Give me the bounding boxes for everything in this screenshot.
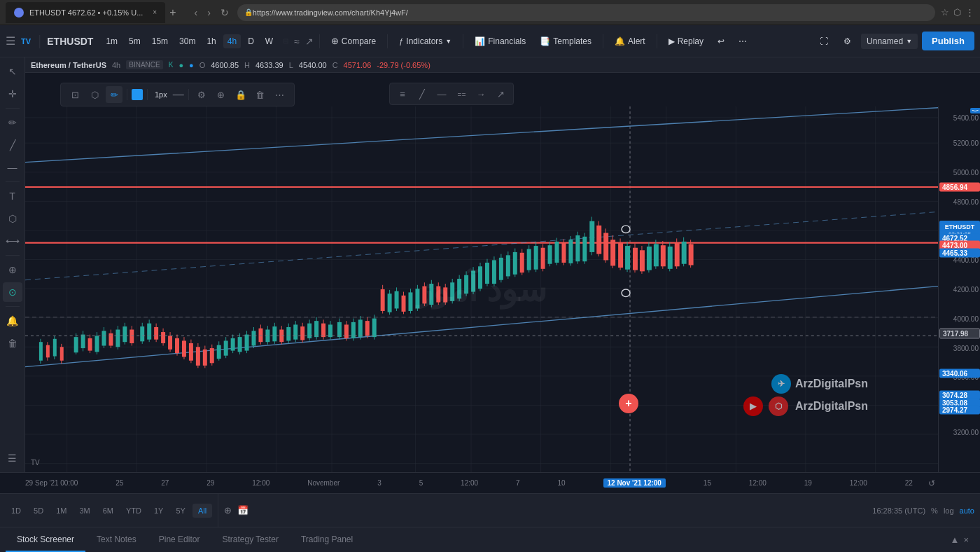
bookmark-icon[interactable]: ☆ bbox=[941, 7, 949, 18]
tab-strategy-tester[interactable]: Strategy Tester bbox=[211, 527, 289, 552]
time-label-12h: 12:00 bbox=[461, 479, 478, 487]
svg-rect-139 bbox=[422, 287, 426, 304]
time-reset-btn[interactable]: ↺ bbox=[928, 478, 935, 488]
overlay-btn6[interactable]: ↗ bbox=[492, 85, 509, 102]
color-picker[interactable] bbox=[132, 89, 143, 100]
financials-button[interactable]: 📊 Financials bbox=[469, 34, 531, 49]
new-tab-button[interactable]: + bbox=[165, 6, 180, 19]
svg-rect-87 bbox=[238, 337, 242, 352]
tab-5y[interactable]: 5Y bbox=[170, 504, 190, 518]
replay-button[interactable]: ▶ Replay bbox=[663, 34, 709, 49]
dash-selector[interactable]: — bbox=[173, 88, 184, 101]
badge-3717: 3717.98 bbox=[939, 328, 980, 338]
tab-1m[interactable]: 1M bbox=[50, 504, 72, 518]
tab-pine-editor[interactable]: Pine Editor bbox=[148, 527, 211, 552]
time-label-nov: November bbox=[307, 479, 340, 487]
compare-button[interactable]: ⊕ Compare bbox=[326, 33, 382, 49]
timeframe-1h[interactable]: 1h bbox=[202, 34, 220, 48]
tab-ytd[interactable]: YTD bbox=[120, 504, 147, 518]
svg-rect-61 bbox=[147, 324, 151, 340]
svg-rect-59 bbox=[140, 326, 144, 341]
measure-tool[interactable]: ⟷ bbox=[3, 231, 22, 251]
timeframe-15m[interactable]: 15m bbox=[148, 34, 172, 48]
right-panel-toggle[interactable]: ⟩ bbox=[970, 108, 980, 113]
alert-tool[interactable]: 🔔 bbox=[3, 311, 22, 331]
overlay-btn2[interactable]: ╱ bbox=[414, 85, 430, 102]
forward-button[interactable]: › bbox=[204, 6, 214, 20]
tab-1d[interactable]: 1D bbox=[6, 504, 27, 518]
overlay-btn3[interactable]: — bbox=[433, 85, 450, 102]
alert-button[interactable]: 🔔 Alert bbox=[609, 34, 651, 49]
percent-btn[interactable]: % bbox=[931, 506, 938, 515]
exchange-badge: BINANCE bbox=[126, 60, 162, 69]
text-tool[interactable]: T bbox=[3, 186, 22, 206]
indicators-button[interactable]: ƒ Indicators ▼ bbox=[393, 34, 457, 49]
chart-settings-button[interactable]: ⚙ bbox=[838, 34, 857, 49]
compare-chart-btn[interactable]: ⊕ bbox=[224, 505, 232, 516]
line-width-selector[interactable]: 1px bbox=[152, 90, 170, 99]
back-button[interactable]: ‹ bbox=[192, 6, 201, 20]
timeframe-30m[interactable]: 30m bbox=[175, 34, 200, 48]
crosshair-cursor[interactable]: + bbox=[619, 394, 638, 413]
drawing-template-btn[interactable]: ⊕ bbox=[213, 86, 230, 103]
tab-3m[interactable]: 3M bbox=[74, 504, 95, 518]
tab-stock-screener[interactable]: Stock Screener bbox=[6, 527, 85, 552]
svg-line-32 bbox=[25, 212, 938, 280]
tab-5d[interactable]: 5D bbox=[28, 504, 49, 518]
overlay-btn4[interactable]: ⩵ bbox=[453, 85, 470, 102]
overlay-btn5[interactable]: → bbox=[472, 85, 489, 102]
more-tools-button[interactable]: ⋯ bbox=[733, 34, 752, 49]
overlay-btn1[interactable]: ≡ bbox=[394, 85, 411, 102]
calendar-btn[interactable]: 📅 bbox=[237, 505, 248, 516]
logo-text1: ArzDigitalPsn bbox=[795, 378, 868, 390]
timeframe-W[interactable]: W bbox=[261, 34, 277, 48]
drawing-more-btn[interactable]: ⋯ bbox=[272, 86, 288, 103]
refresh-button[interactable]: ↻ bbox=[218, 6, 232, 20]
tab-close-btn[interactable]: × bbox=[153, 8, 157, 16]
templates-button[interactable]: 📑 Templates bbox=[534, 34, 597, 49]
publish-button[interactable]: Publish bbox=[922, 32, 974, 50]
extensions-icon[interactable]: ⬡ bbox=[953, 7, 961, 18]
fullscreen-button[interactable]: ⛶ bbox=[814, 34, 834, 49]
shapes-tool[interactable]: ⬡ bbox=[3, 209, 22, 228]
auto-btn[interactable]: auto bbox=[960, 506, 974, 515]
menu-icon[interactable]: ⋮ bbox=[965, 7, 974, 18]
tab-6m[interactable]: 6M bbox=[97, 504, 119, 518]
pencil-draw-btn[interactable]: ✏ bbox=[106, 86, 122, 103]
svg-rect-143 bbox=[436, 287, 440, 303]
horizontal-line-tool[interactable]: — bbox=[3, 158, 22, 177]
delete-tool[interactable]: 🗑 bbox=[3, 333, 22, 353]
magnet-tool[interactable]: ⊙ bbox=[3, 282, 22, 302]
price-4200: 4200.00 bbox=[953, 286, 979, 294]
tab-1y[interactable]: 1Y bbox=[148, 504, 169, 518]
log-btn[interactable]: log bbox=[944, 506, 954, 515]
drawing-lock-btn[interactable]: 🔒 bbox=[232, 86, 249, 103]
drawing-settings-btn[interactable]: ⚙ bbox=[193, 86, 210, 103]
tab-trading-panel[interactable]: Trading Panel bbox=[290, 527, 364, 552]
undo-button[interactable]: ↩ bbox=[712, 34, 730, 49]
pencil-tool[interactable]: ✏ bbox=[3, 113, 22, 132]
crosshair-tool[interactable]: ✛ bbox=[3, 84, 22, 104]
watchlist-icon[interactable]: ☰ bbox=[3, 448, 22, 468]
timeframe-5m[interactable]: 5m bbox=[125, 34, 145, 48]
hamburger-menu[interactable]: ☰ bbox=[6, 34, 15, 48]
footer-close-btn[interactable]: × bbox=[963, 534, 969, 545]
tab-all[interactable]: All bbox=[192, 504, 212, 518]
draw-btn[interactable]: ⬡ bbox=[86, 86, 103, 103]
drawing-delete-btn[interactable]: 🗑 bbox=[252, 86, 269, 103]
active-tab[interactable]: ETHUSDT 4672.62 • +0.15% U... × bbox=[6, 2, 165, 23]
zoom-tool[interactable]: ⊕ bbox=[3, 260, 22, 280]
svg-rect-71 bbox=[182, 340, 186, 357]
symbol-label[interactable]: ETHUSDT bbox=[47, 36, 93, 47]
address-bar[interactable]: 🔒 https://www.tradingview.com/chart/Kh4Y… bbox=[237, 4, 935, 21]
timeframe-1m[interactable]: 1m bbox=[102, 34, 122, 48]
line-tool[interactable]: ╱ bbox=[3, 135, 22, 155]
layout-name-button[interactable]: Unnamed ▼ bbox=[861, 34, 918, 49]
timeframe-4h[interactable]: 4h bbox=[223, 34, 241, 48]
svg-point-217 bbox=[622, 226, 630, 233]
select-draw-btn[interactable]: ⊡ bbox=[66, 86, 83, 103]
tab-text-notes[interactable]: Text Notes bbox=[85, 527, 148, 552]
cursor-tool[interactable]: ↖ bbox=[3, 62, 22, 81]
footer-expand-btn[interactable]: ▲ bbox=[951, 534, 960, 545]
timeframe-D[interactable]: D bbox=[244, 34, 258, 48]
